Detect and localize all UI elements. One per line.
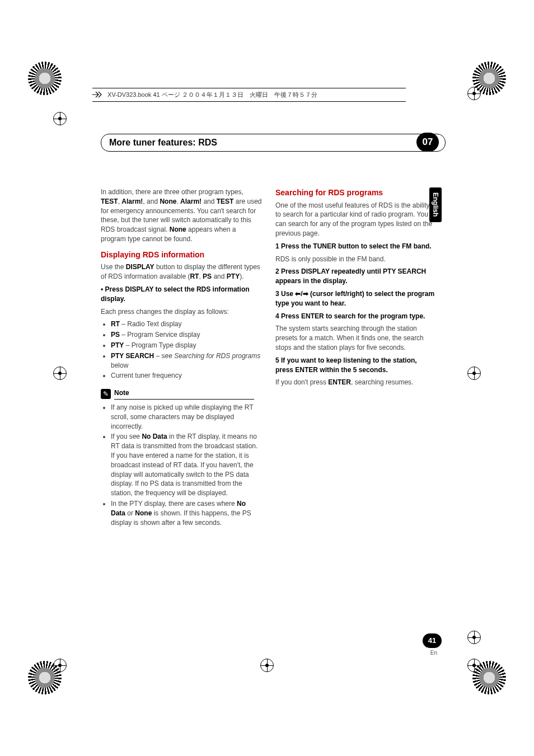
- step-4-text: The system starts searching through the …: [275, 324, 437, 352]
- right-column: Searching for RDS programs One of the mo…: [275, 187, 437, 529]
- intro-paragraph: In addition, there are three other progr…: [101, 187, 262, 244]
- chapter-number-badge: 07: [416, 133, 439, 152]
- text: If you don't press: [275, 378, 328, 386]
- text: Use the: [101, 263, 126, 271]
- kw-pty: PTY: [111, 341, 124, 349]
- print-corner-tl: [28, 62, 62, 95]
- text: In the PTY display, there are cases wher…: [111, 500, 237, 508]
- text: – Radio Text display: [120, 320, 182, 328]
- text: 3 Use: [275, 290, 295, 298]
- notes-list: If any noise is picked up while displayi…: [111, 403, 262, 527]
- chapter-title: More tuner features: RDS: [109, 138, 217, 148]
- text: – Program Type display: [124, 341, 196, 349]
- note-label: Note: [114, 388, 254, 400]
- text: , and: [143, 198, 160, 205]
- kw-rt: RT: [190, 273, 199, 280]
- registration-mark-icon: [260, 659, 274, 672]
- text: , searching resumes.: [351, 378, 413, 386]
- display-paragraph: Use the DISPLAY button to display the di…: [101, 262, 262, 281]
- text: ).: [240, 273, 243, 280]
- kw-test: TEST: [101, 198, 118, 205]
- step-5: 5 If you want to keep listening to the s…: [275, 356, 417, 374]
- step-1-text: RDS is only possible in the FM band.: [275, 255, 437, 264]
- left-column: In addition, there are three other progr…: [101, 187, 262, 529]
- step-press-display: • Press DISPLAY to select the RDS inform…: [101, 285, 250, 303]
- list-item: PTY SEARCH – see Searching for RDS progr…: [111, 351, 262, 370]
- kw-pty: PTY: [227, 273, 240, 280]
- registration-mark-icon: [53, 367, 67, 380]
- list-item: RT – Radio Text display: [111, 320, 262, 329]
- list-item: If any noise is picked up while displayi…: [111, 403, 262, 431]
- arrow-left-right-icon: ⬅/➡: [295, 290, 308, 298]
- kw-enter: ENTER: [328, 378, 351, 386]
- text: and: [212, 273, 227, 280]
- file-info-text: XV-DV323.book 41 ページ ２００４年１月１３日 火曜日 午後７時…: [107, 91, 317, 98]
- note-icon: ✎: [101, 389, 111, 399]
- text: below: [111, 361, 128, 369]
- arrow-icon: [92, 91, 102, 99]
- note-heading: ✎ Note: [101, 388, 262, 400]
- text: In addition, there are three other progr…: [101, 188, 243, 196]
- registration-mark-icon: [467, 367, 481, 380]
- heading-searching-rds: Searching for RDS programs: [275, 187, 437, 199]
- step-4: 4 Press ENTER to search for the program …: [275, 312, 425, 320]
- page-language: En: [430, 650, 437, 656]
- kw-ps: PS: [203, 273, 212, 280]
- registration-mark-icon: [53, 112, 67, 125]
- kw-ps: PS: [111, 331, 120, 339]
- text: in the RT display, it means no RT data i…: [111, 433, 257, 497]
- text: and: [202, 198, 217, 205]
- display-modes-list: RT – Radio Text display PS – Program Ser…: [111, 320, 262, 381]
- each-press-text: Each press changes the display as follow…: [101, 307, 262, 317]
- kw-pty-search: PTY SEARCH: [111, 352, 154, 360]
- heading-displaying-rds: Displaying RDS information: [101, 250, 262, 261]
- text: – see: [154, 352, 174, 360]
- content-area: In addition, there are three other progr…: [101, 187, 437, 529]
- list-item: PTY – Program Type display: [111, 341, 262, 350]
- kw-test: TEST: [217, 198, 234, 205]
- registration-mark-icon: [53, 659, 67, 672]
- kw-alarm: Alarm!: [121, 198, 143, 205]
- text: or: [125, 509, 135, 517]
- chapter-number: 07: [423, 137, 433, 148]
- italic-ref: Searching for RDS programs: [174, 352, 260, 360]
- kw-rt: RT: [111, 320, 120, 328]
- step-3: 3 Use ⬅/➡ (cursor left/right) to select …: [275, 290, 434, 307]
- search-intro: One of the most useful features of RDS i…: [275, 201, 437, 238]
- step-2: 2 Press DISPLAY repeatedly until PTY SEA…: [275, 267, 426, 285]
- text: – Program Service display: [120, 331, 200, 339]
- page-number: 41: [428, 636, 436, 645]
- kw-none: None: [135, 509, 152, 517]
- chapter-header: More tuner features: RDS: [101, 134, 446, 152]
- registration-mark-icon: [467, 87, 481, 100]
- list-item: PS – Program Service display: [111, 330, 262, 340]
- list-item: Current tuner frequency: [111, 371, 262, 381]
- list-item: If you see No Data in the RT display, it…: [111, 432, 262, 498]
- text: If you see: [111, 433, 142, 440]
- kw-none: None: [160, 198, 176, 205]
- kw-alarm: Alarm!: [180, 198, 202, 205]
- registration-mark-icon: [467, 631, 481, 644]
- file-info-line: XV-DV323.book 41 ページ ２００４年１月１３日 火曜日 午後７時…: [92, 88, 406, 102]
- kw-none: None: [170, 226, 186, 233]
- registration-mark-icon: [467, 659, 481, 672]
- kw-no-data: No Data: [142, 433, 167, 440]
- list-item: In the PTY display, there are cases wher…: [111, 499, 262, 527]
- page-number-badge: 41: [423, 633, 442, 648]
- step-5-text: If you don't press ENTER, searching resu…: [275, 378, 437, 387]
- kw-display: DISPLAY: [126, 263, 154, 271]
- step-1: 1 Press the TUNER button to select the F…: [275, 242, 432, 250]
